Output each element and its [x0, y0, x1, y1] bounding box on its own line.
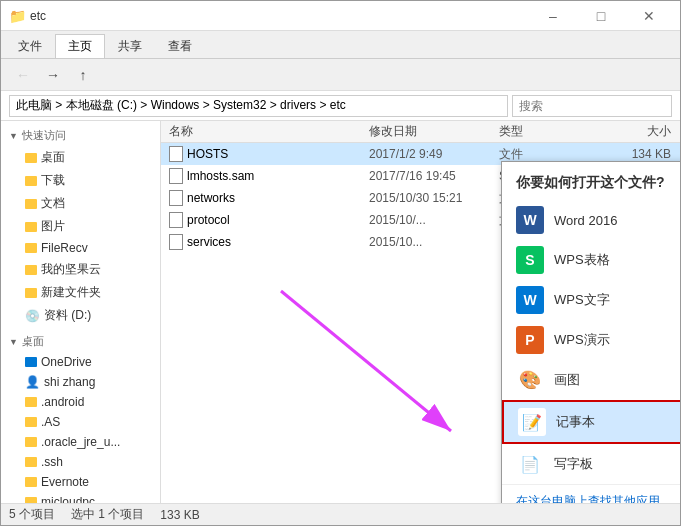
- address-bar: [1, 91, 680, 121]
- dialog-find-link[interactable]: 在这台电脑上查找其他应用: [502, 484, 680, 503]
- sidebar-item-label: .oracle_jre_u...: [41, 435, 120, 449]
- title-bar: 📁 etc – □ ✕: [1, 1, 680, 31]
- dialog-item-wps-present[interactable]: P WPS演示: [502, 320, 680, 360]
- wps-s-icon: S: [516, 246, 544, 274]
- sidebar-item-oracle[interactable]: .oracle_jre_u...: [1, 432, 160, 452]
- minimize-button[interactable]: –: [530, 1, 576, 31]
- sidebar-item-pictures[interactable]: 图片: [1, 215, 160, 238]
- wps-w-icon: W: [516, 286, 544, 314]
- dialog-item-word[interactable]: W Word 2016: [502, 200, 680, 240]
- desktop-section-header[interactable]: ▼ 桌面: [1, 331, 160, 352]
- col-header-type[interactable]: 类型: [495, 123, 595, 140]
- paint-icon: 🎨: [516, 366, 544, 394]
- sidebar-item-downloads[interactable]: 下载: [1, 169, 160, 192]
- col-header-date[interactable]: 修改日期: [365, 123, 495, 140]
- dialog-item-label: 写字板: [554, 455, 593, 473]
- sidebar-item-ssh[interactable]: .ssh: [1, 452, 160, 472]
- status-selected: 选中 1 个项目: [71, 506, 144, 523]
- quick-access-label: 快速访问: [22, 128, 66, 143]
- quick-access-header[interactable]: ▼ 快速访问: [1, 125, 160, 146]
- tab-home[interactable]: 主页: [55, 34, 105, 58]
- file-name-cell: lmhosts.sam: [165, 168, 365, 184]
- sidebar-item-documents[interactable]: 文档: [1, 192, 160, 215]
- sidebar-item-label: 新建文件夹: [41, 284, 101, 301]
- sidebar-item-shizhang[interactable]: 👤 shi zhang: [1, 372, 160, 392]
- dialog-item-wordpad[interactable]: 📄 写字板: [502, 444, 680, 484]
- file-date-cell: 2015/10/30 15:21: [365, 191, 495, 205]
- file-icon: [169, 168, 183, 184]
- sidebar-item-label: Evernote: [41, 475, 89, 489]
- sidebar-item-label: 图片: [41, 218, 65, 235]
- search-input[interactable]: [512, 95, 672, 117]
- file-name-cell: services: [165, 234, 365, 250]
- close-button[interactable]: ✕: [626, 1, 672, 31]
- sidebar-item-filerecv[interactable]: FileRecv: [1, 238, 160, 258]
- dialog-item-paint[interactable]: 🎨 画图: [502, 360, 680, 400]
- col-header-name[interactable]: 名称: [165, 123, 365, 140]
- folder-icon: [25, 265, 37, 275]
- folder-icon: [25, 222, 37, 232]
- dialog-item-notepad[interactable]: 📝 记事本: [502, 400, 680, 444]
- file-name: protocol: [187, 213, 230, 227]
- dialog-item-label: Word 2016: [554, 213, 617, 228]
- sidebar-item-desktop[interactable]: 桌面: [1, 146, 160, 169]
- folder-icon: [25, 288, 37, 298]
- file-date-cell: 2015/10/...: [365, 213, 495, 227]
- back-button[interactable]: ←: [9, 63, 37, 87]
- user-icon: 👤: [25, 375, 40, 389]
- sidebar-item-label: OneDrive: [41, 355, 92, 369]
- toolbar: ← → ↑: [1, 59, 680, 91]
- sidebar-item-evernote[interactable]: Evernote: [1, 472, 160, 492]
- folder-icon: [25, 477, 37, 487]
- tab-file[interactable]: 文件: [5, 34, 55, 58]
- ribbon-tabs: 文件 主页 共享 查看: [1, 31, 680, 59]
- dialog-item-label: WPS表格: [554, 251, 610, 269]
- file-list-container: 名称 修改日期 类型 大小 HOSTS 2017/1/2 9:49 文件 134…: [161, 121, 680, 503]
- sidebar-item-newfolder[interactable]: 新建文件夹: [1, 281, 160, 304]
- quick-access-section: ▼ 快速访问 桌面 下载 文档 图片: [1, 125, 160, 327]
- sidebar-item-onedrive[interactable]: OneDrive: [1, 352, 160, 372]
- file-name: networks: [187, 191, 235, 205]
- folder-icon: [25, 437, 37, 447]
- chevron-icon: ▼: [9, 337, 18, 347]
- sidebar-item-label: 下载: [41, 172, 65, 189]
- maximize-button[interactable]: □: [578, 1, 624, 31]
- dialog-item-wps-writer[interactable]: W WPS文字: [502, 280, 680, 320]
- forward-button[interactable]: →: [39, 63, 67, 87]
- dialog-item-wps-sheet[interactable]: S WPS表格: [502, 240, 680, 280]
- sidebar-item-label: shi zhang: [44, 375, 95, 389]
- folder-icon: [25, 243, 37, 253]
- dialog-item-label: WPS演示: [554, 331, 610, 349]
- file-type-cell: 文件: [495, 146, 595, 163]
- wordpad-icon: 📄: [516, 450, 544, 478]
- folder-icon: [25, 153, 37, 163]
- folder-icon: [25, 417, 37, 427]
- tab-view[interactable]: 查看: [155, 34, 205, 58]
- sidebar-item-label: micloudpc: [41, 495, 95, 503]
- sidebar: ▼ 快速访问 桌面 下载 文档 图片: [1, 121, 161, 503]
- sidebar-item-android[interactable]: .android: [1, 392, 160, 412]
- sidebar-item-drive-d[interactable]: 💿 资料 (D:): [1, 304, 160, 327]
- file-icon: [169, 234, 183, 250]
- sidebar-item-label: 资料 (D:): [44, 307, 91, 324]
- sidebar-item-micloudpc[interactable]: micloudpc: [1, 492, 160, 503]
- sidebar-item-label: FileRecv: [41, 241, 88, 255]
- file-name: HOSTS: [187, 147, 228, 161]
- sidebar-item-as[interactable]: .AS: [1, 412, 160, 432]
- up-button[interactable]: ↑: [69, 63, 97, 87]
- title-controls: – □ ✕: [530, 1, 672, 31]
- file-name-cell: networks: [165, 190, 365, 206]
- desktop-label: 桌面: [22, 334, 44, 349]
- folder-icon: [25, 397, 37, 407]
- sidebar-item-nutcloud[interactable]: 我的坚果云: [1, 258, 160, 281]
- col-header-size[interactable]: 大小: [595, 123, 675, 140]
- dialog-app-list: W Word 2016 S WPS表格 W WPS文字 P: [502, 200, 680, 484]
- dialog-item-label: 记事本: [556, 413, 595, 431]
- file-name-cell: protocol: [165, 212, 365, 228]
- wps-p-icon: P: [516, 326, 544, 354]
- title-icon: 📁: [9, 8, 26, 24]
- tab-share[interactable]: 共享: [105, 34, 155, 58]
- address-input[interactable]: [9, 95, 508, 117]
- file-date-cell: 2017/1/2 9:49: [365, 147, 495, 161]
- status-count: 5 个项目: [9, 506, 55, 523]
